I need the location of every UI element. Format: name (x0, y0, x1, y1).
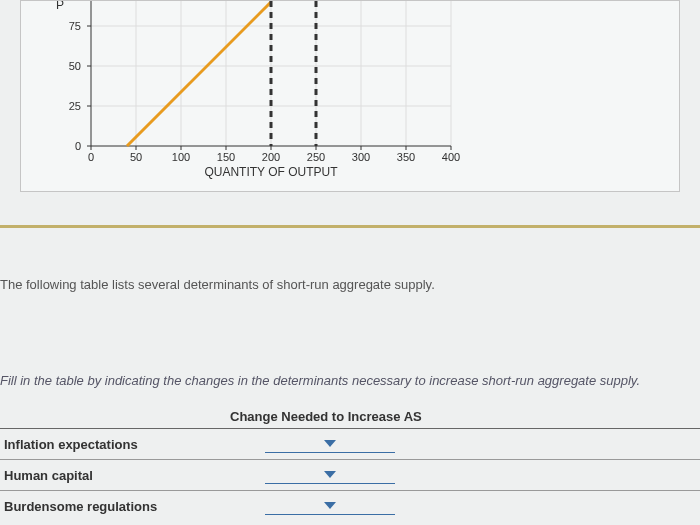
x-tick-400: 400 (442, 151, 460, 163)
intro-paragraph: The following table lists several determ… (0, 277, 435, 292)
x-tick-150: 150 (217, 151, 235, 163)
change-dropdown-human-capital[interactable] (265, 466, 395, 484)
change-dropdown-regulations[interactable] (265, 497, 395, 515)
determinant-label: Human capital (0, 468, 230, 483)
y-tick-0: 0 (75, 140, 81, 152)
table-row: Burdensome regulations (0, 491, 700, 521)
table-row: Inflation expectations (0, 429, 700, 460)
sras-chart: 0 25 50 75 0 50 100 150 200 250 300 350 … (51, 1, 471, 181)
chevron-down-icon (324, 471, 336, 478)
table-row: Human capital (0, 460, 700, 491)
change-dropdown-inflation[interactable] (265, 435, 395, 453)
sras-line (127, 2, 271, 146)
x-tick-250: 250 (307, 151, 325, 163)
determinants-table: Change Needed to Increase AS Inflation e… (0, 405, 700, 521)
column-header-change: Change Needed to Increase AS (230, 409, 422, 424)
determinant-label: Burdensome regulations (0, 499, 230, 514)
chevron-down-icon (324, 440, 336, 447)
x-tick-100: 100 (172, 151, 190, 163)
x-tick-300: 300 (352, 151, 370, 163)
x-tick-0: 0 (88, 151, 94, 163)
x-axis-label: QUANTITY OF OUTPUT (204, 165, 338, 179)
table-header-row: Change Needed to Increase AS (0, 405, 700, 429)
instruction-paragraph: Fill in the table by indicating the chan… (0, 373, 640, 388)
y-tick-50: 50 (69, 60, 81, 72)
section-divider (0, 225, 700, 228)
determinant-label: Inflation expectations (0, 437, 230, 452)
x-tick-350: 350 (397, 151, 415, 163)
chevron-down-icon (324, 502, 336, 509)
y-axis-label: P (56, 1, 64, 12)
y-tick-75: 75 (69, 20, 81, 32)
x-tick-200: 200 (262, 151, 280, 163)
y-tick-25: 25 (69, 100, 81, 112)
x-tick-50: 50 (130, 151, 142, 163)
chart-panel: 0 25 50 75 0 50 100 150 200 250 300 350 … (20, 0, 680, 192)
